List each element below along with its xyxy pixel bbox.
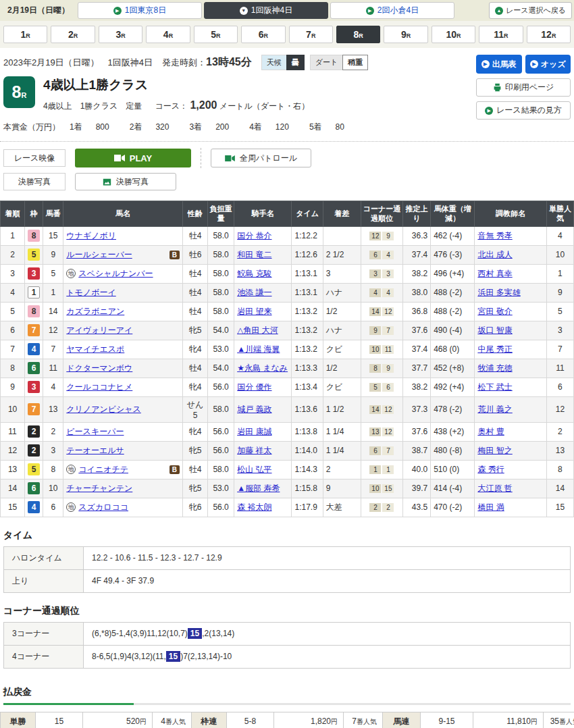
race-tab-2r[interactable]: 2R (51, 26, 95, 43)
print-page-button[interactable]: 印刷用ページ (476, 78, 571, 97)
play-video-button[interactable]: PLAY (75, 149, 191, 167)
race-tab-8r[interactable]: 8R (336, 26, 380, 43)
jockey-link[interactable]: 森 裕太朗 (237, 502, 271, 512)
jockey-link[interactable]: 国分 優作 (237, 382, 271, 392)
trainer-link[interactable]: 北出 成人 (477, 250, 512, 259)
horse-name-link[interactable]: スズカロココ (78, 502, 128, 513)
trainer-link[interactable]: 牧浦 充徳 (477, 363, 512, 373)
jockey-cell: 和田 竜二 (234, 245, 292, 264)
margin (323, 226, 361, 245)
frame-badge: 4 (28, 343, 40, 355)
odds-button[interactable]: ▶ オッズ (525, 55, 571, 74)
horse-name-link[interactable]: クリノアンビシャス (66, 404, 141, 415)
frame-badge: 8 (28, 305, 40, 317)
meeting-tab-tokyo[interactable]: ▶ 1回東京8日 (78, 2, 202, 19)
corner3-position: 2 (369, 503, 381, 512)
body-weight: 496 (+4) (431, 264, 475, 283)
frame-cell: 5 (25, 460, 43, 479)
horse-name-link[interactable]: スペシャルナンバー (78, 268, 153, 280)
trainer-link[interactable]: 奥村 豊 (477, 427, 504, 436)
jockey-link[interactable]: ▲川端 海翼 (237, 344, 280, 354)
horse-name-link[interactable]: コイニオチテ (78, 464, 128, 475)
entries-button[interactable]: ▶ 出馬表 (476, 55, 522, 74)
meeting-tab-hanshin[interactable]: ▼ 1回阪神4日 (204, 2, 328, 19)
back-to-race-select-button[interactable]: ▲ レース選択へ戻る (489, 2, 572, 19)
trainer-link[interactable]: 中尾 秀正 (477, 344, 512, 354)
horse-name-link[interactable]: クールココナヒメ (66, 382, 132, 393)
corner3-position: 14 (369, 307, 381, 316)
race-tab-4r[interactable]: 4R (146, 26, 190, 43)
jockey-link[interactable]: 鮫島 克駿 (237, 269, 271, 278)
jockey-cell: 鮫島 克駿 (234, 264, 292, 283)
trainer-link[interactable]: 坂口 智康 (477, 326, 512, 335)
race-tab-7r[interactable]: 7R (289, 26, 333, 43)
trainer-link[interactable]: 大江原 哲 (477, 484, 512, 493)
frame-cell: 2 (25, 422, 43, 441)
horse-name-link[interactable]: カズラボニアン (66, 306, 124, 317)
corner4-position: 15 (382, 484, 394, 493)
corner-positions: 1011 (361, 340, 402, 359)
race-tab-9r[interactable]: 9R (384, 26, 427, 43)
jockey-link[interactable]: △角田 大河 (237, 326, 278, 335)
jockey-link[interactable]: 池添 謙一 (237, 288, 271, 297)
horse-name-link[interactable]: ウナギノボリ (66, 230, 116, 242)
results-table: 着順枠馬番馬名性齢負担重量騎手名タイム着差コーナー通過順位推定上り馬体重（増減）… (0, 201, 574, 517)
horse-name-link[interactable]: テーオーエルサ (66, 445, 124, 457)
corner4-position: 7 (382, 326, 394, 335)
horse-name-link[interactable]: チャーチャンテン (66, 483, 132, 494)
local-horse-icon: 地 (66, 269, 76, 278)
jockey-link[interactable]: 和田 竜二 (237, 250, 271, 259)
track-label: ダート (310, 55, 343, 70)
trainer-link[interactable]: 梅田 智之 (477, 446, 512, 455)
win-popularity: 4 (546, 226, 573, 245)
trainer-link[interactable]: 松下 武士 (477, 382, 512, 392)
trainer-link[interactable]: 音無 秀孝 (477, 231, 512, 240)
finish-position: 10 (1, 396, 25, 422)
margin: 1 1/4 (323, 441, 361, 460)
trainer-link[interactable]: 森 秀行 (477, 465, 504, 474)
jockey-link[interactable]: 国分 恭介 (237, 231, 271, 240)
jockey-link[interactable]: 松山 弘平 (237, 465, 271, 474)
results-guide-button[interactable]: ▶ レース結果の見方 (476, 101, 571, 120)
race-tab-1r[interactable]: 1R (3, 26, 47, 43)
horse-name-link[interactable]: ピースキーパー (66, 426, 124, 438)
trainer-link[interactable]: 宮田 敬介 (477, 307, 512, 316)
jockey-link[interactable]: 城戸 義政 (237, 405, 271, 414)
meeting-tab-kokura[interactable]: ▶ 2回小倉4日 (330, 2, 454, 19)
last-3f: 37.6 (403, 321, 431, 340)
trainer-link[interactable]: 西村 真幸 (477, 269, 512, 278)
patrol-video-button[interactable]: 全周パトロール (211, 149, 311, 167)
sex-age: 牡4 (182, 283, 207, 302)
trainer-link[interactable]: 橋田 満 (477, 502, 504, 512)
jockey-link[interactable]: ★永島 まなみ (237, 363, 288, 373)
trainer-link[interactable]: 荒川 義之 (477, 405, 512, 414)
jockey-link[interactable]: 加藤 祥太 (237, 446, 271, 455)
trainer-link[interactable]: 浜田 多実雄 (477, 288, 520, 297)
race-tab-5r[interactable]: 5R (194, 26, 238, 43)
results-column-header: 馬番 (43, 201, 63, 227)
jockey-link[interactable]: 岩田 望来 (237, 307, 271, 316)
margin: ハナ (323, 283, 361, 302)
horse-name-link[interactable]: ヤマイチエスポ (66, 344, 124, 355)
horse-name-link[interactable]: ルールシェーバー (66, 249, 132, 261)
horse-name-link[interactable]: ドクターマンボウ (66, 363, 132, 374)
margin: 9 (323, 479, 361, 498)
horse-name-link[interactable]: アイヴォリーアイ (66, 325, 132, 336)
horse-name-cell: アイヴォリーアイ (63, 321, 183, 340)
body-weight: 468 (0) (431, 340, 475, 359)
race-tab-3r[interactable]: 3R (99, 26, 142, 43)
horse-name-cell: ヤマイチエスポ (63, 340, 183, 359)
finish-position: 15 (1, 498, 25, 517)
win-popularity: 15 (546, 498, 573, 517)
jockey-link[interactable]: 岩田 康誠 (237, 427, 271, 436)
horse-name-link[interactable]: トモノボーイ (66, 287, 115, 298)
jockey-link[interactable]: ▲服部 寿希 (237, 484, 280, 493)
finish-photo-button[interactable]: 決勝写真 (75, 173, 176, 190)
margin: 3 (323, 264, 361, 283)
frame-cell: 3 (25, 378, 43, 396)
race-tab-10r[interactable]: 10R (432, 26, 475, 43)
race-tab-6r[interactable]: 6R (241, 26, 285, 43)
race-tab-11r[interactable]: 11R (479, 26, 523, 43)
finish-time: 1:13.6 (292, 396, 323, 422)
race-tab-12r[interactable]: 12R (527, 26, 571, 43)
